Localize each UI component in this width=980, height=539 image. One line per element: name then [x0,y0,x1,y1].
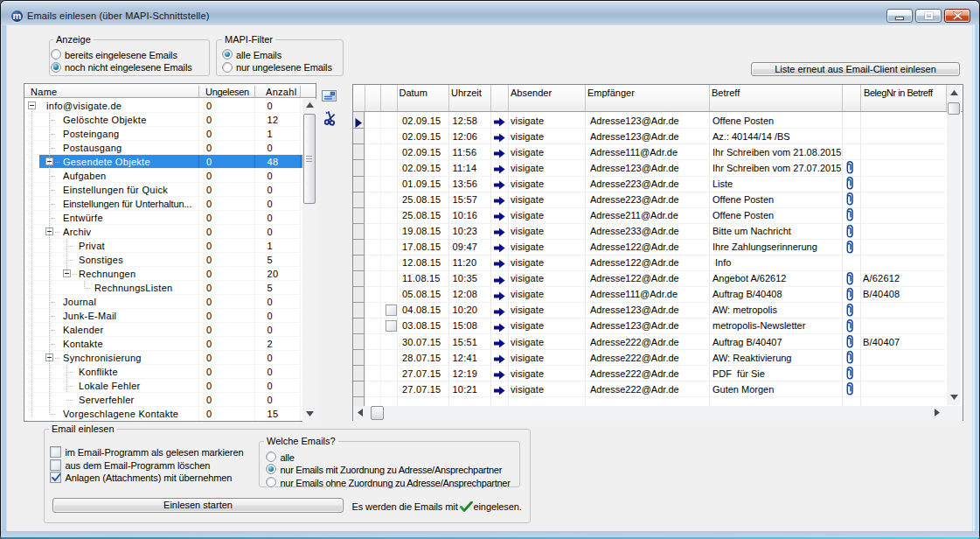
svg-text:m: m [13,10,22,21]
